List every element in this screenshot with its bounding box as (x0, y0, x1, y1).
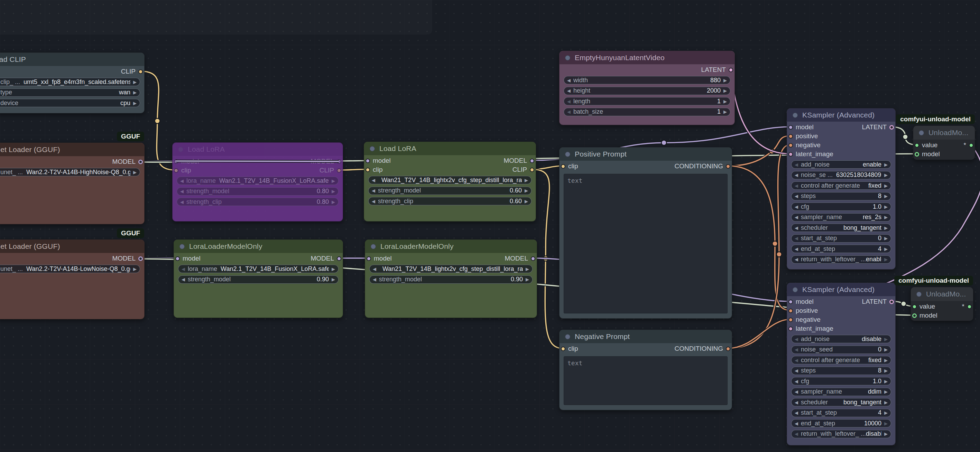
decrement-arrow-icon[interactable]: ◀ (795, 226, 798, 230)
increment-arrow-icon[interactable]: ▶ (884, 162, 888, 167)
node-titlebar[interactable]: LoraLoaderModelOnly (174, 240, 343, 253)
widget-steps[interactable]: ◀steps8▶ (791, 366, 891, 375)
input-dot-value[interactable] (912, 305, 917, 309)
increment-arrow-icon[interactable]: ▶ (526, 267, 529, 271)
node-titlebar[interactable]: KSampler (Advanced) (787, 108, 895, 122)
output-dot-CLIP[interactable] (530, 168, 534, 172)
decrement-arrow-icon[interactable]: ◀ (795, 236, 798, 241)
widget-strength-model[interactable]: ◀strength_model0.80▶ (177, 187, 339, 196)
collapse-dot-icon[interactable] (180, 244, 185, 249)
increment-arrow-icon[interactable]: ▶ (884, 337, 888, 341)
input-port-positive[interactable]: positive (788, 132, 818, 141)
output-port-MODEL[interactable]: MODEL (112, 157, 143, 166)
widget-start-at-step[interactable]: ◀start_at_step0▶ (791, 234, 891, 243)
widget-scheduler[interactable]: ◀schedulerbong_tangent▶ (791, 398, 891, 406)
increment-arrow-icon[interactable]: ▶ (133, 90, 137, 95)
increment-arrow-icon[interactable]: ▶ (332, 200, 335, 204)
decrement-arrow-icon[interactable]: ◀ (795, 162, 798, 167)
decrement-arrow-icon[interactable]: ◀ (567, 99, 571, 104)
input-port-model[interactable]: model (367, 254, 392, 263)
collapse-dot-icon[interactable] (919, 130, 924, 135)
prompt-text-input[interactable] (564, 356, 727, 405)
increment-arrow-icon[interactable]: ▶ (884, 173, 888, 177)
widget-device[interactable]: ◀devicecpu▶ (0, 99, 140, 107)
input-port-value[interactable]: value (915, 141, 937, 150)
decrement-arrow-icon[interactable]: ◀ (795, 358, 798, 363)
node-titlebar[interactable]: Unet Loader (GGUF) (0, 143, 144, 156)
input-port-clip[interactable]: clip (366, 165, 383, 174)
increment-arrow-icon[interactable]: ▶ (525, 188, 528, 193)
decrement-arrow-icon[interactable]: ◀ (372, 178, 375, 182)
input-port-model[interactable]: model (175, 254, 200, 263)
reroute-dot[interactable] (662, 140, 667, 146)
node-load-lora[interactable]: Load LoRAmodelclipMODELCLIP◀Wan21_T2V_14… (364, 142, 536, 222)
node-titlebar[interactable]: Unet Loader (GGUF) (0, 240, 144, 253)
input-port-negative[interactable]: negative (788, 141, 821, 150)
increment-arrow-icon[interactable]: ▶ (884, 184, 888, 188)
output-dot-MODEL[interactable] (531, 256, 535, 261)
decrement-arrow-icon[interactable]: ◀ (795, 257, 798, 262)
increment-arrow-icon[interactable]: ▶ (884, 400, 888, 404)
input-dot-model[interactable] (915, 152, 919, 157)
decrement-arrow-icon[interactable]: ◀ (180, 200, 184, 204)
increment-arrow-icon[interactable]: ▶ (884, 358, 888, 363)
decrement-arrow-icon[interactable]: ◀ (795, 184, 798, 188)
node-negative-prompt[interactable]: Negative PromptclipCONDITIONING (559, 330, 732, 410)
input-port-clip[interactable]: clip (561, 162, 578, 171)
increment-arrow-icon[interactable]: ▶ (525, 199, 528, 203)
collapse-dot-icon[interactable] (370, 146, 375, 151)
reroute-dot[interactable] (777, 252, 782, 257)
widget-control-after-generate[interactable]: ◀control after generatefixed▶ (791, 356, 891, 364)
reroute-dot[interactable] (773, 241, 778, 246)
collapse-dot-icon[interactable] (792, 287, 798, 292)
node-lora-loader-model-only-2[interactable]: LoraLoaderModelOnlymodelMODEL◀Wan21_T2V_… (365, 239, 537, 318)
input-dot-positive[interactable] (788, 309, 793, 313)
output-dot-*[interactable] (967, 305, 972, 309)
input-port-clip[interactable]: clip (561, 344, 578, 353)
input-port-model[interactable]: model (915, 150, 940, 159)
input-dot-negative[interactable] (788, 143, 793, 147)
input-dot-positive[interactable] (788, 134, 793, 139)
collapse-dot-icon[interactable] (916, 292, 921, 297)
output-port-CONDITIONING[interactable]: CONDITIONING (675, 162, 730, 171)
output-port-CLIP[interactable]: CLIP (320, 166, 341, 175)
widget-cfg[interactable]: ◀cfg1.0▶ (791, 203, 891, 211)
widget-height[interactable]: ◀height2000▶ (564, 87, 730, 95)
output-port-LATENT[interactable]: LATENT (862, 297, 894, 306)
decrement-arrow-icon[interactable]: ◀ (795, 431, 798, 436)
increment-arrow-icon[interactable]: ▶ (884, 431, 888, 436)
input-dot-model[interactable] (367, 256, 371, 261)
decrement-arrow-icon[interactable]: ◀ (795, 215, 798, 219)
output-dot-MODEL[interactable] (138, 256, 143, 261)
increment-arrow-icon[interactable]: ▶ (133, 80, 137, 84)
increment-arrow-icon[interactable]: ▶ (133, 267, 137, 271)
output-port-MODEL[interactable]: MODEL (504, 254, 535, 263)
increment-arrow-icon[interactable]: ▶ (884, 411, 888, 415)
widget-start-at-step[interactable]: ◀start_at_step4▶ (791, 409, 891, 417)
widget-scheduler[interactable]: ◀schedulerbong_tangent▶ (791, 224, 891, 232)
output-port-*[interactable]: * (964, 141, 974, 150)
widget-batch-size[interactable]: ◀batch_size1▶ (564, 108, 730, 116)
widget-strength-clip[interactable]: ◀strength_clip0.60▶ (368, 197, 531, 205)
output-dot-MODEL[interactable] (337, 256, 341, 261)
widget-clip-name[interactable]: ◀clip_ ...umt5_xxl_fp8_e4m3fn_scaled.saf… (0, 78, 140, 86)
input-port-model[interactable]: model (174, 157, 199, 166)
reroute-dot[interactable] (543, 256, 549, 261)
increment-arrow-icon[interactable]: ▶ (884, 368, 888, 373)
output-port-CLIP[interactable]: CLIP (121, 67, 143, 76)
input-dot-latent_image[interactable] (788, 327, 793, 331)
increment-arrow-icon[interactable]: ▶ (884, 389, 888, 394)
collapse-dot-icon[interactable] (565, 334, 570, 339)
decrement-arrow-icon[interactable]: ◀ (567, 89, 571, 93)
output-port-MODEL[interactable]: MODEL (310, 254, 341, 263)
widget-add-noise[interactable]: ◀add_noisedisable▶ (791, 335, 891, 343)
input-port-value[interactable]: value (912, 302, 935, 311)
node-titlebar[interactable]: UnloadMo... (913, 126, 975, 140)
decrement-arrow-icon[interactable]: ◀ (795, 421, 798, 426)
increment-arrow-icon[interactable]: ▶ (724, 109, 727, 114)
node-unet-loader-high[interactable]: GGUFUnet Loader (GGUF)MODEL◀unet_ ...Wan… (0, 143, 145, 224)
collapse-dot-icon[interactable] (371, 244, 376, 249)
node-titlebar[interactable]: Negative Prompt (560, 330, 732, 343)
input-port-clip[interactable]: clip (174, 166, 191, 175)
collapse-dot-icon[interactable] (565, 55, 570, 60)
